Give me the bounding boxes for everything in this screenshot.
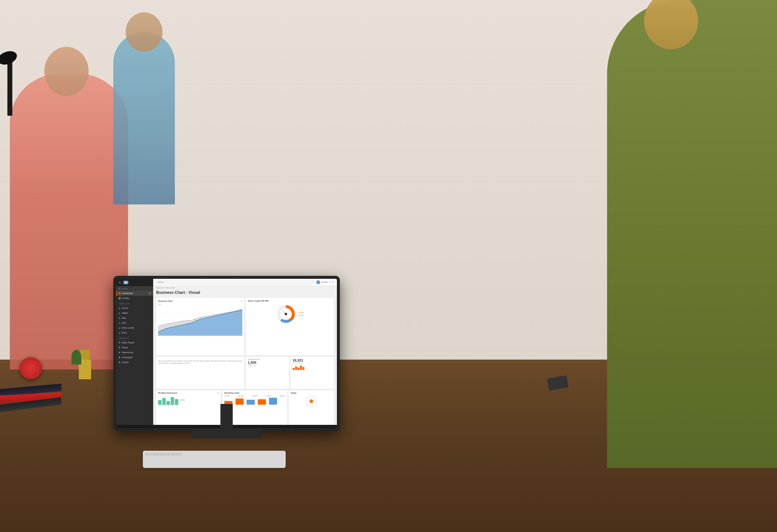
chart-value-label: 500 <box>158 303 242 305</box>
person-middle <box>113 32 175 204</box>
page-title: Business Chart - Visual <box>153 290 337 296</box>
sidebar-item-target[interactable]: Target <box>116 345 153 350</box>
monitor-base <box>192 429 261 438</box>
bar5 <box>303 367 304 370</box>
tables-label: Tables <box>122 312 128 314</box>
sidebar-item-campaigns[interactable]: Campaigns <box>116 355 153 360</box>
close-icon[interactable]: ✕ <box>332 281 334 284</box>
target-label: Target <box>122 346 128 349</box>
key <box>153 453 156 455</box>
extra-label: Extra <box>122 331 127 334</box>
sales-report-label: Sales Report <box>122 341 134 344</box>
campaigns-label: Campaigns <box>122 356 133 358</box>
sales-report-icon <box>119 342 120 343</box>
search-input[interactable] <box>121 288 151 290</box>
key <box>171 453 174 455</box>
donut-chart: 213 Mb 215 Mb <box>248 303 332 325</box>
sidebar-item-grid[interactable]: Grid <box>116 320 153 325</box>
user-avatar: J <box>316 280 320 284</box>
business-chart-card: Business Chart × 500 <box>156 298 244 355</box>
keyboard[interactable] <box>143 451 286 468</box>
realtime-bars: 31.09% 43.70% <box>158 395 219 405</box>
sidebar-item-profiles[interactable]: Profiles <box>116 296 153 301</box>
count2-card: 18,321 New Followers <box>291 357 334 389</box>
target-title: Target <box>291 392 332 394</box>
person-left-head <box>44 47 89 96</box>
bottom-row: Realtime Dashboard % <box>156 390 334 427</box>
bar4 <box>300 365 302 370</box>
user-dropdown-icon[interactable]: ▾ <box>329 281 330 283</box>
target-icon <box>119 347 120 348</box>
svg-marker-10 <box>119 332 120 333</box>
topbar-search-input[interactable] <box>156 280 314 284</box>
sidebar-item-menu-levels[interactable]: Menu Levels › <box>116 325 153 330</box>
sidebar-item-tables[interactable]: Tables <box>116 311 153 316</box>
sidebar-item-extra[interactable]: Extra › <box>116 330 153 335</box>
sidebar-item-opportunity[interactable]: Opportunity › <box>116 350 153 355</box>
active-dot <box>149 293 151 294</box>
key <box>156 453 159 455</box>
monitor-neck <box>220 404 233 431</box>
sidebar-item-forms[interactable]: Forms <box>116 306 153 311</box>
donut-val1: 213 Mb <box>298 312 304 314</box>
realtime-values: 31.09% 43.70% <box>180 399 185 402</box>
svg-rect-1 <box>124 282 127 283</box>
project-section-header: Project <box>116 335 153 340</box>
rt-bar4 <box>171 397 174 405</box>
space-usage-title: Space Usage (750 Mb) <box>248 300 332 302</box>
target-card: Target <box>289 390 334 427</box>
forms-label: Forms <box>122 307 128 309</box>
svg-rect-21 <box>247 400 255 405</box>
svg-marker-6 <box>119 312 120 314</box>
monitor-assembly: ☰ Dashboard <box>113 276 340 448</box>
key <box>168 453 171 455</box>
person-middle-head <box>126 12 162 52</box>
svg-rect-20 <box>235 399 244 405</box>
search-bar <box>116 287 153 291</box>
plant <box>72 350 81 364</box>
sidebar-item-dashboard[interactable]: Dashboard <box>116 291 153 296</box>
key <box>160 453 163 455</box>
donut-val2: 215 Mb <box>298 315 304 316</box>
keyboard-keys <box>143 451 286 457</box>
hamburger-icon[interactable]: ☰ <box>119 281 121 284</box>
background-scene: ☰ Dashboard <box>0 0 777 532</box>
target-visual <box>291 395 332 407</box>
business-chart-close[interactable]: × <box>241 300 242 303</box>
sidebar-item-dashboard-label: Dashboard <box>122 292 133 295</box>
text-content: Who is your audience and what are their … <box>158 360 242 364</box>
opportunity-arrow: › <box>150 351 151 354</box>
text-block-card: Who is your audience and what are their … <box>156 357 244 389</box>
realtime-dashboard-card: Realtime Dashboard % <box>156 390 221 427</box>
svg-rect-22 <box>258 399 266 405</box>
logo-icon <box>123 281 128 284</box>
sidebar-item-activity[interactable]: Activity <box>116 360 153 365</box>
key <box>175 453 178 455</box>
activity-icon <box>119 361 120 363</box>
opportunity-label: Opportunity <box>122 351 133 354</box>
sidebar-item-map[interactable]: Map <box>116 316 153 320</box>
svg-marker-7 <box>119 317 120 319</box>
svg-rect-2 <box>124 283 127 284</box>
topbar: J Jennifer ▾ ✕ <box>153 279 337 286</box>
svg-marker-9 <box>119 327 120 329</box>
sidebar-item-sales-report[interactable]: Sales Report <box>116 340 153 345</box>
business-chart-visual <box>158 306 242 336</box>
opportunity-icon <box>119 352 120 353</box>
realtime-subtitle: % <box>217 392 219 394</box>
target-svg <box>305 395 317 407</box>
interactive-user-value: 1,505 <box>248 360 287 364</box>
campaigns-icon <box>119 357 120 358</box>
stats-container: Interactive User 1,505 Total Users 18,32… <box>246 357 334 389</box>
realtime-title: Realtime Dashboard % <box>158 392 219 394</box>
count2-value: 18,321 <box>293 358 332 362</box>
robot-head <box>80 350 90 359</box>
bar2 <box>295 366 297 370</box>
marketing-values: 31.09% 43.70% 17.86% 44.39% 95.05% <box>224 395 285 405</box>
map-label: Map <box>122 317 126 319</box>
key <box>179 453 182 455</box>
interactive-user-label: Interactive User <box>248 358 287 360</box>
topbar-user: J Jennifer ▾ <box>316 280 330 284</box>
dashboard-icon <box>119 292 121 294</box>
user-name: Jennifer <box>321 281 328 283</box>
